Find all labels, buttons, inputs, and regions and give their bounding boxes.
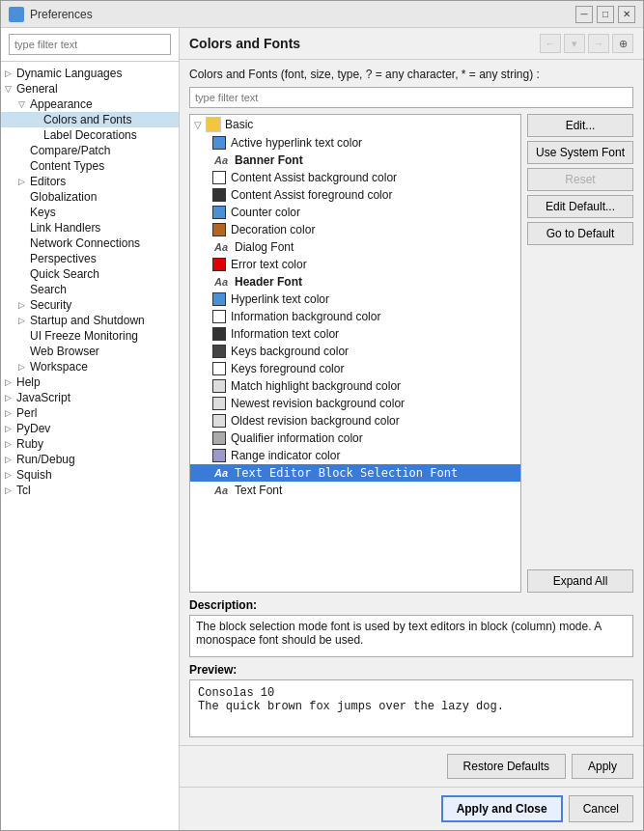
reset-button[interactable]: Reset <box>527 168 633 191</box>
sidebar-item-label-decorations[interactable]: Label Decorations <box>1 127 179 143</box>
list-item-info-bg[interactable]: Information background color <box>190 308 520 325</box>
sidebar-item-workspace[interactable]: ▷ Workspace <box>1 359 179 374</box>
list-item-banner-font[interactable]: Aa Banner Font <box>190 152 520 169</box>
list-item-oldest-revision[interactable]: Oldest revision background color <box>190 412 520 429</box>
filter-description: Colors and Fonts (font, size, type, ? = … <box>189 68 633 81</box>
sidebar-item-editors[interactable]: ▷ Editors <box>1 174 179 189</box>
nav-forward-button[interactable]: → <box>588 34 609 53</box>
list-item-decoration-color[interactable]: Decoration color <box>190 221 520 238</box>
list-item-info-text[interactable]: Information text color <box>190 325 520 343</box>
sidebar-label-perspectives: Perspectives <box>28 252 97 265</box>
list-item-dialog-font[interactable]: Aa Dialog Font <box>190 238 520 256</box>
sidebar-item-appearance[interactable]: ▽ Appearance <box>1 97 179 112</box>
label-header-font: Header Font <box>235 275 302 289</box>
nav-more-button[interactable]: ⊕ <box>612 34 633 53</box>
sidebar-item-content-types[interactable]: Content Types <box>1 158 179 174</box>
swatch-hyperlink-text <box>212 292 226 306</box>
right-panel: Colors and Fonts ← ▾ → ⊕ Colors and Font… <box>180 28 643 830</box>
sidebar-label-compare-patch: Compare/Patch <box>28 144 110 157</box>
sidebar-item-dynamic-languages[interactable]: ▷ Dynamic Languages <box>1 66 179 81</box>
sidebar-item-keys[interactable]: Keys <box>1 205 179 220</box>
close-button[interactable]: ✕ <box>618 6 635 23</box>
list-item-text-font[interactable]: Aa Text Font <box>190 482 520 499</box>
list-item-text-editor-block[interactable]: Aa Text Editor Block Selection Font <box>190 464 520 482</box>
minimize-button[interactable]: ─ <box>575 6 593 23</box>
list-item-active-hyperlink[interactable]: Active hyperlink text color <box>190 134 520 152</box>
preview-section: Preview: Consolas 10 The quick brown fox… <box>189 663 633 737</box>
sidebar-item-perl[interactable]: ▷ Perl <box>1 405 179 421</box>
list-item-header-font[interactable]: Aa Header Font <box>190 273 520 291</box>
cancel-button[interactable]: Cancel <box>569 795 633 822</box>
sidebar-item-squish[interactable]: ▷ Squish <box>1 467 179 483</box>
sidebar-item-general[interactable]: ▽ General <box>1 81 179 97</box>
sidebar-item-run-debug[interactable]: ▷ Run/Debug <box>1 452 179 467</box>
swatch-range-indicator <box>212 449 226 462</box>
label-dialog-font: Dialog Font <box>235 240 294 254</box>
sidebar-label-link-handlers: Link Handlers <box>28 221 100 235</box>
description-section: Description: The block selection mode fo… <box>189 598 633 657</box>
swatch-content-assist-fg <box>212 188 226 202</box>
swatch-newest-revision <box>212 397 226 410</box>
list-item-keys-fg[interactable]: Keys foreground color <box>190 360 520 377</box>
sidebar-item-security[interactable]: ▷ Security <box>1 297 179 313</box>
sidebar-item-web-browser[interactable]: Web Browser <box>1 344 179 359</box>
list-item-qualifier-info[interactable]: Qualifier information color <box>190 429 520 447</box>
sidebar-item-ui-freeze[interactable]: UI Freeze Monitoring <box>1 328 179 344</box>
font-icon-text-editor-block: Aa <box>212 466 230 480</box>
edit-default-button[interactable]: Edit Default... <box>527 195 633 218</box>
label-content-assist-fg: Content Assist foreground color <box>231 188 392 202</box>
maximize-button[interactable]: □ <box>597 6 614 23</box>
expand-all-button[interactable]: Expand All <box>527 569 633 593</box>
panel-filter-input[interactable] <box>189 87 633 108</box>
window-controls: ─ □ ✕ <box>575 6 635 23</box>
sidebar-item-network-connections[interactable]: Network Connections <box>1 235 179 251</box>
nav-dropdown-button[interactable]: ▾ <box>564 34 585 53</box>
tree-arrow-editors: ▷ <box>14 177 28 186</box>
list-item-range-indicator[interactable]: Range indicator color <box>190 447 520 464</box>
list-item-hyperlink-text[interactable]: Hyperlink text color <box>190 291 520 308</box>
restore-defaults-button[interactable]: Restore Defaults <box>447 754 566 779</box>
use-system-font-button[interactable]: Use System Font <box>527 141 633 164</box>
sidebar-item-search[interactable]: Search <box>1 282 179 297</box>
list-item-match-highlight[interactable]: Match highlight background color <box>190 377 520 395</box>
list-item-counter-color[interactable]: Counter color <box>190 204 520 221</box>
list-item-keys-bg[interactable]: Keys background color <box>190 343 520 360</box>
list-item-newest-revision[interactable]: Newest revision background color <box>190 395 520 412</box>
colors-list-wrap: ▽ Basic Active hyperlink text color <box>189 114 521 593</box>
list-item-section-basic[interactable]: ▽ Basic <box>190 115 520 134</box>
sidebar-label-web-browser: Web Browser <box>28 345 99 358</box>
tree-arrow-ruby: ▷ <box>1 439 14 449</box>
bottom-bar-1: Restore Defaults Apply <box>180 745 643 787</box>
sidebar-item-quick-search[interactable]: Quick Search <box>1 266 179 282</box>
tree-arrow-javascript: ▷ <box>1 393 14 402</box>
sidebar-item-tcl[interactable]: ▷ Tcl <box>1 483 179 498</box>
list-item-error-text[interactable]: Error text color <box>190 256 520 273</box>
go-to-default-button[interactable]: Go to Default <box>527 222 633 245</box>
sidebar-label-help: Help <box>14 375 41 389</box>
label-text-font: Text Font <box>235 484 282 497</box>
edit-button[interactable]: Edit... <box>527 114 633 137</box>
apply-and-close-button[interactable]: Apply and Close <box>441 795 563 822</box>
sidebar-item-colors-fonts[interactable]: Colors and Fonts <box>1 112 179 127</box>
sidebar-item-pydev[interactable]: ▷ PyDev <box>1 421 179 436</box>
sidebar-filter-input[interactable] <box>9 34 171 55</box>
colors-area: ▽ Basic Active hyperlink text color <box>189 114 633 593</box>
sidebar-label-startup: Startup and Shutdown <box>28 314 145 327</box>
list-item-content-assist-bg[interactable]: Content Assist background color <box>190 169 520 186</box>
sidebar-item-compare-patch[interactable]: Compare/Patch <box>1 143 179 158</box>
sidebar-item-link-handlers[interactable]: Link Handlers <box>1 220 179 235</box>
sidebar-item-perspectives[interactable]: Perspectives <box>1 251 179 266</box>
font-icon-text-font: Aa <box>212 484 230 497</box>
sidebar-item-globalization[interactable]: Globalization <box>1 189 179 205</box>
sidebar-item-help[interactable]: ▷ Help <box>1 374 179 390</box>
swatch-content-assist-bg <box>212 171 226 184</box>
label-keys-fg: Keys foreground color <box>231 362 344 375</box>
list-item-content-assist-fg[interactable]: Content Assist foreground color <box>190 186 520 204</box>
sidebar-item-javascript[interactable]: ▷ JavaScript <box>1 390 179 405</box>
apply-button[interactable]: Apply <box>572 754 633 779</box>
nav-back-button[interactable]: ← <box>540 34 561 53</box>
sidebar-item-ruby[interactable]: ▷ Ruby <box>1 436 179 452</box>
section-icon-basic <box>206 117 221 132</box>
sidebar-item-startup[interactable]: ▷ Startup and Shutdown <box>1 313 179 328</box>
label-info-text: Information text color <box>231 327 339 341</box>
